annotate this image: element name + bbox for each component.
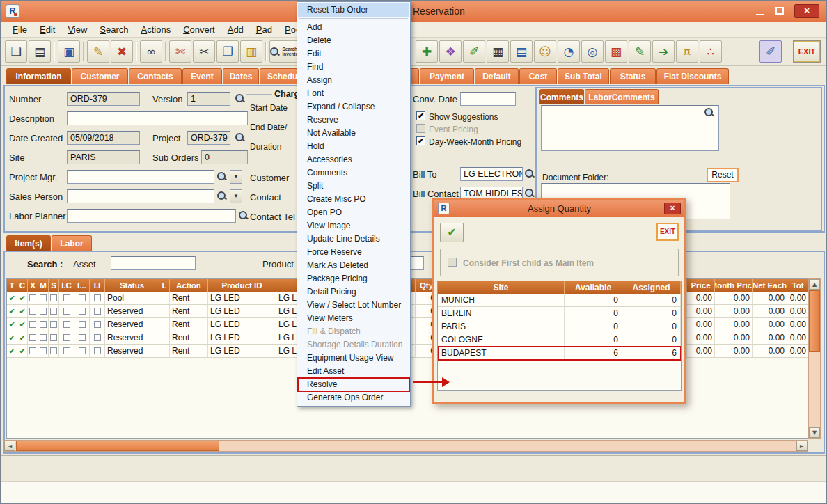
comments-lookup-icon[interactable] <box>704 107 714 118</box>
dialog-table-row[interactable]: BERLIN 0 0 <box>438 307 681 320</box>
column-header[interactable]: Status <box>105 279 159 292</box>
menu-item[interactable]: Open PO <box>298 206 409 219</box>
menu-item[interactable]: View / Select Lot Number <box>298 299 409 312</box>
menu-item[interactable]: Find <box>298 61 409 74</box>
column-header[interactable]: I.I <box>90 279 105 292</box>
menu-item[interactable]: Assign <box>298 74 409 87</box>
sales-person-lookup-icon[interactable] <box>216 191 227 201</box>
horizontal-scrollbar[interactable]: ◄ ► <box>3 440 808 452</box>
paste-button[interactable]: ▥ <box>240 40 262 63</box>
menu-bar-item[interactable]: View <box>61 23 93 36</box>
row-checkbox[interactable] <box>29 334 36 341</box>
row-checkbox[interactable] <box>50 308 57 315</box>
column-header[interactable]: Product ID <box>208 279 276 292</box>
column-header[interactable]: M <box>38 279 49 292</box>
menu-item[interactable]: Resolve <box>298 378 409 391</box>
tab-comments[interactable]: Comments <box>539 89 584 104</box>
row-checkbox[interactable] <box>40 334 47 341</box>
vertical-scroll-thumb[interactable] <box>809 290 820 352</box>
copy-button[interactable]: ❐ <box>216 40 239 63</box>
export-button[interactable]: ➔ <box>652 40 675 63</box>
dialog-table-row[interactable]: COLOGNE 0 0 <box>438 333 681 347</box>
row-checkbox[interactable] <box>29 347 36 354</box>
menu-bar-item[interactable]: Edit <box>33 23 61 36</box>
menu-bar-item[interactable]: Search <box>93 23 134 36</box>
row-checkbox[interactable] <box>40 321 47 328</box>
row-checkbox[interactable] <box>29 321 36 328</box>
project-mgr-field[interactable] <box>67 170 214 184</box>
row-checkbox[interactable] <box>40 294 47 301</box>
row-checkbox[interactable] <box>50 294 57 301</box>
site-field[interactable]: PARIS <box>67 150 140 164</box>
main-tab[interactable]: Contacts <box>129 68 182 84</box>
dialog-table-row[interactable]: PARIS 0 0 <box>438 320 681 333</box>
menu-item[interactable]: Create Misc PO <box>298 193 409 206</box>
dialog-table-row[interactable]: BUDAPEST 6 6 <box>438 347 681 360</box>
menu-item[interactable]: Force Reserve <box>298 246 409 259</box>
menu-item[interactable]: Font <box>298 87 409 100</box>
reset-button[interactable]: Reset <box>707 168 739 182</box>
menu-item[interactable]: Detail Pricing <box>298 285 409 299</box>
menu-bar-item[interactable]: Add <box>221 23 250 36</box>
exit-button[interactable]: EXIT <box>793 40 821 63</box>
tab-labor-comments[interactable]: LaborComments <box>585 89 659 104</box>
bill-contact-lookup-icon[interactable] <box>524 188 535 198</box>
row-checkbox[interactable] <box>94 347 101 354</box>
save-button[interactable]: ▣ <box>58 40 80 63</box>
column-header[interactable]: Tot <box>787 279 809 292</box>
dialog-ok-button[interactable]: ✔ <box>440 223 464 242</box>
project-mgr-lookup-icon[interactable] <box>216 171 227 182</box>
minimize-button[interactable] <box>753 4 768 18</box>
cut-line-button[interactable]: ✄ <box>169 40 191 63</box>
project-lookup-icon[interactable] <box>235 132 245 143</box>
menu-item-reset-tab-order[interactable]: Reset Tab Order <box>298 3 409 17</box>
find-button[interactable]: ∞ <box>140 40 162 63</box>
menu-item[interactable]: Equipment Usage View <box>298 352 409 365</box>
bill-to-field[interactable]: LG ELECTRONICS <box>460 167 523 181</box>
menu-item[interactable]: Accessories <box>298 153 409 166</box>
row-checkbox[interactable] <box>63 347 70 354</box>
column-header[interactable]: T <box>7 279 17 292</box>
menu-item[interactable]: Hold <box>298 140 409 153</box>
menu-item[interactable]: Update Line Details <box>298 233 409 246</box>
tab-labor[interactable]: Labor <box>52 235 92 251</box>
refresh-add-button[interactable]: ✚ <box>416 40 438 63</box>
conv-date-field[interactable] <box>460 92 516 106</box>
menu-item[interactable]: Reserve <box>298 113 409 127</box>
labor-planner-field[interactable] <box>67 209 236 223</box>
sales-person-field[interactable] <box>67 189 214 203</box>
clock-button[interactable]: ◔ <box>558 40 580 63</box>
balls-cluster-button[interactable]: ∴ <box>700 40 722 63</box>
row-checkbox[interactable] <box>63 308 70 315</box>
main-tab[interactable]: Default <box>475 68 519 84</box>
main-tab[interactable]: Sub Total <box>558 68 609 84</box>
row-checkbox[interactable] <box>50 347 57 354</box>
row-checkbox[interactable] <box>50 321 57 328</box>
row-checkbox[interactable] <box>94 294 101 301</box>
column-header[interactable]: X <box>28 279 38 292</box>
version-field[interactable]: 1 <box>187 92 230 106</box>
edit-button[interactable]: ✎ <box>87 40 109 63</box>
menu-item[interactable]: Fill & Dispatch <box>298 325 409 338</box>
dialog-exit-button[interactable]: EXIT <box>656 223 679 241</box>
date-created-field[interactable]: 05/09/2018 <box>67 131 140 145</box>
notepad-edit-button[interactable]: ✎ <box>629 40 651 63</box>
column-header[interactable]: Month Price <box>715 279 753 292</box>
menu-bar-item[interactable]: Actions <box>135 23 178 36</box>
show-suggestions-checkbox[interactable]: ✔ <box>416 111 425 120</box>
project-field[interactable]: ORD-379 <box>187 131 230 145</box>
column-header-site[interactable]: Site <box>438 281 565 294</box>
scroll-down-button[interactable]: ▼ <box>809 427 820 438</box>
column-header[interactable]: S <box>49 279 59 292</box>
main-tab[interactable]: Payment <box>420 68 474 84</box>
dialog-close-button[interactable]: × <box>664 203 681 214</box>
column-header[interactable]: Net Each <box>753 279 787 292</box>
cubes-button[interactable]: ▩ <box>605 40 627 63</box>
row-checkbox[interactable] <box>94 334 101 341</box>
coins-button[interactable]: ¤ <box>676 40 698 63</box>
column-header[interactable]: I... <box>74 279 90 292</box>
cd-disc-button[interactable]: ◎ <box>581 40 604 63</box>
horizontal-scroll-thumb[interactable] <box>16 441 219 451</box>
scroll-left-button[interactable]: ◄ <box>4 441 15 451</box>
row-checkbox[interactable] <box>40 347 47 354</box>
